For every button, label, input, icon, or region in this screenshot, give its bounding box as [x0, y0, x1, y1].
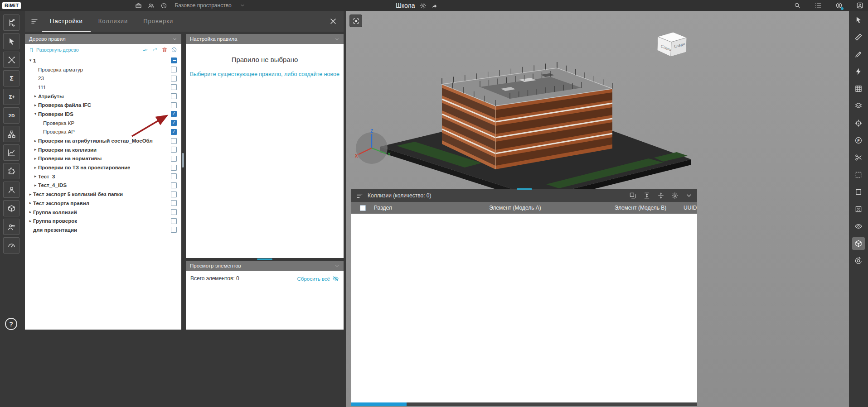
tree-item[interactable]: ▸Проверки на нормативы [25, 154, 181, 163]
view-cube-button[interactable] [852, 237, 865, 250]
tree-toggle-icon[interactable]: ▸ [33, 139, 38, 143]
view-orbit-button[interactable] [852, 254, 865, 267]
view-measure-button[interactable] [852, 31, 865, 43]
tree-item-checkbox[interactable] [171, 76, 177, 81]
expand-tree-button[interactable]: Развернуть дерево [29, 47, 79, 53]
fit-height-icon[interactable] [643, 192, 650, 199]
tool-users-button[interactable] [3, 182, 19, 198]
view-hide-button[interactable] [852, 203, 865, 215]
tool-clash-button[interactable] [3, 52, 19, 68]
tree-toggle-icon[interactable]: ▸ [33, 94, 38, 98]
tree-item-checkbox[interactable] [171, 227, 177, 233]
tree-item-checkbox[interactable] [171, 84, 177, 90]
tree-item[interactable]: ▸Проверки по ТЗ на проектирование [25, 163, 181, 172]
tree-item-checkbox[interactable] [171, 218, 177, 224]
tool-sum-add-button[interactable]: Σ [3, 89, 19, 105]
panel-menu-icon[interactable] [30, 17, 39, 25]
tool-dashboard-button[interactable] [3, 237, 19, 254]
tree-toggle-icon[interactable]: ▸ [33, 166, 38, 170]
rule-empty-hint[interactable]: Выберите существующее правило, либо созд… [186, 71, 344, 77]
tree-item[interactable]: ▸Атрибуты [25, 92, 181, 101]
view-clip-box-button[interactable] [852, 168, 865, 181]
collapse-panel-icon[interactable] [335, 263, 339, 268]
tree-toggle-icon[interactable]: ▸ [28, 219, 33, 223]
share-icon[interactable] [431, 2, 438, 9]
select-all-checkbox[interactable] [360, 205, 366, 211]
elements-view-header[interactable]: Просмотр элементов [186, 261, 344, 271]
help-button[interactable]: ? [5, 318, 17, 330]
tree-item[interactable]: 111 [25, 83, 181, 92]
tab-collisions[interactable]: Коллизии [91, 11, 136, 32]
tree-item[interactable]: ▸Проверки на атрибутивный состав_МосОбл [25, 136, 181, 145]
reset-all-button[interactable]: Сбросить всё [297, 275, 339, 282]
tree-item[interactable]: ▸Тест_3 [25, 172, 181, 181]
tool-model-tree-button[interactable] [3, 14, 19, 31]
tab-settings[interactable]: Настройки [42, 11, 91, 32]
tree-item[interactable]: ▸Тест экспорта правил [25, 199, 181, 208]
tree-item-checkbox[interactable] [171, 182, 177, 188]
tree-item[interactable]: Проверка АР [25, 128, 181, 137]
tree-toggle-icon[interactable]: ▾ [28, 58, 33, 62]
tree-item[interactable]: Проверка арматур [25, 65, 181, 74]
collisions-menu-icon[interactable] [356, 192, 364, 200]
tree-item-checkbox[interactable] [171, 138, 177, 144]
tree-item-checkbox[interactable] [171, 192, 177, 197]
delete-icon[interactable] [161, 47, 168, 53]
rules-tree-panel-header[interactable]: Дерево правил [25, 34, 181, 44]
collapse-panel-icon[interactable] [172, 37, 177, 42]
tool-structure-button[interactable] [3, 126, 19, 142]
tree-item[interactable]: 23 [25, 74, 181, 83]
profile-icon[interactable] [856, 2, 863, 9]
view-markup-button[interactable] [852, 48, 865, 61]
view-cube[interactable]: Слева Сзади [652, 27, 691, 64]
tree-item[interactable]: ▸Проверки на коллизии [25, 145, 181, 154]
tree-item[interactable]: ▸Группа коллизий [25, 208, 181, 217]
tool-2d-view-button[interactable]: 2D [3, 107, 19, 124]
screenshot-focus-button[interactable] [350, 15, 362, 27]
close-icon[interactable] [329, 17, 338, 26]
tree-item-checkbox[interactable] [171, 129, 177, 135]
tree-item[interactable]: для презентации [25, 225, 181, 235]
tree-item-checkbox[interactable] [171, 120, 177, 126]
tree-item[interactable]: ▸Тест экспорт 5 коллизий без папки [25, 190, 181, 199]
table-settings-icon[interactable] [671, 192, 679, 199]
panel-splitter-handle[interactable] [182, 153, 184, 168]
axis-gizmo[interactable]: Z X Y [351, 128, 392, 168]
tree-item-checkbox[interactable] [171, 173, 177, 179]
tree-toggle-icon[interactable]: ▸ [33, 103, 38, 107]
team-icon[interactable] [148, 2, 155, 9]
view-focus-button[interactable] [852, 117, 865, 129]
tree-item[interactable]: ▾1 [25, 56, 181, 65]
tree-item[interactable]: Проверка КР [25, 119, 181, 128]
tree-item-checkbox[interactable] [171, 147, 177, 153]
model-settings-icon[interactable] [420, 2, 427, 9]
tree-toggle-icon[interactable]: ▸ [33, 183, 38, 187]
collapse-table-icon[interactable] [685, 192, 693, 199]
tree-toggle-icon[interactable]: ▸ [28, 201, 33, 205]
tree-item-checkbox[interactable] [171, 209, 177, 215]
tree-item-checkbox[interactable] [171, 165, 177, 171]
view-layers-button[interactable] [852, 100, 865, 112]
tree-item-checkbox[interactable] [171, 111, 177, 117]
history-icon[interactable] [160, 2, 167, 9]
elements-resize-handle[interactable] [257, 259, 272, 260]
view-grid-button[interactable] [852, 82, 865, 95]
disable-icon[interactable] [171, 47, 177, 53]
duplicate-icon[interactable] [629, 192, 636, 199]
workspace-select[interactable]: Базовое пространство [175, 2, 245, 9]
view-visibility-button[interactable] [852, 220, 865, 233]
tree-toggle-icon[interactable]: ▾ [33, 112, 38, 116]
tree-toggle-icon[interactable]: ▸ [33, 174, 38, 178]
fit-rows-icon[interactable] [657, 192, 664, 199]
tree-toggle-icon[interactable]: ▸ [28, 192, 33, 196]
collisions-table-body[interactable] [351, 214, 697, 402]
tree-item-checkbox[interactable] [171, 200, 177, 206]
notifications-button[interactable] [835, 2, 843, 9]
tree-toggle-icon[interactable]: ▸ [28, 210, 33, 214]
tool-roles-button[interactable] [3, 219, 19, 235]
search-icon[interactable] [794, 2, 801, 9]
tree-item-checkbox[interactable] [171, 156, 177, 162]
view-select-button[interactable] [852, 14, 865, 26]
tree-item-checkbox[interactable] [171, 93, 177, 99]
tree-item-checkbox[interactable] [171, 57, 177, 63]
